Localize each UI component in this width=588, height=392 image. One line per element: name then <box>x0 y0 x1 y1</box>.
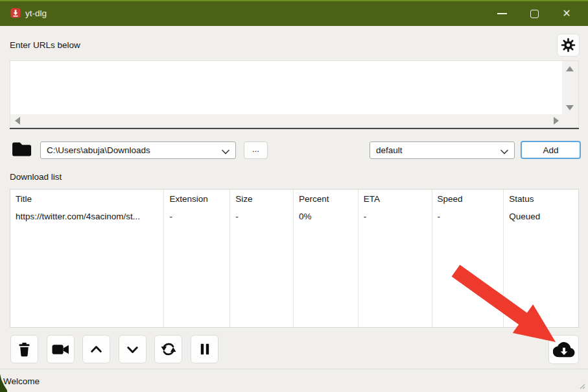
cloud-download-icon <box>553 341 575 359</box>
url-textarea-content[interactable] <box>10 61 562 114</box>
window-title: yt-dlg <box>25 1 47 26</box>
chevron-up-icon <box>88 341 104 358</box>
chevron-down-icon <box>124 341 141 358</box>
url-box-underline <box>10 128 579 129</box>
resize-grip[interactable] <box>578 382 585 389</box>
gear-icon <box>561 38 576 53</box>
scroll-down-icon[interactable] <box>566 105 574 110</box>
close-icon: ✕ <box>562 8 570 19</box>
column-speed: Speed - <box>432 190 504 327</box>
window-controls: ✕ <box>486 1 583 26</box>
table-cell[interactable]: 0% <box>294 208 358 225</box>
video-camera-icon <box>52 343 69 356</box>
column-header[interactable]: Status <box>504 190 578 208</box>
settings-button[interactable] <box>557 34 580 56</box>
column-title: Title https://twitter.com/4sacinom/st... <box>10 190 164 327</box>
scroll-right-icon[interactable] <box>554 117 559 125</box>
minimize-icon <box>497 13 507 14</box>
scroll-up-icon[interactable] <box>566 66 574 71</box>
browse-button-label: ... <box>252 144 259 154</box>
column-header[interactable]: Percent <box>294 190 358 208</box>
column-header[interactable]: Speed <box>432 190 504 208</box>
horizontal-scrollbar[interactable] <box>10 114 563 127</box>
download-path-combobox[interactable]: C:\Users\abuja\Downloads <box>40 141 236 159</box>
table-cell[interactable]: - <box>164 208 229 225</box>
table-cell[interactable]: - <box>359 208 432 225</box>
chevron-down-icon <box>222 149 229 154</box>
move-up-button[interactable] <box>82 335 110 363</box>
refresh-icon <box>160 341 177 358</box>
delete-button[interactable] <box>10 335 38 363</box>
add-button[interactable]: Add <box>521 141 581 159</box>
column-header[interactable]: Extension <box>164 190 229 208</box>
move-down-button[interactable] <box>119 335 147 363</box>
download-list-table: Title https://twitter.com/4sacinom/st...… <box>10 189 579 328</box>
trash-icon <box>16 341 32 358</box>
enter-urls-label: Enter URLs below <box>10 40 80 50</box>
chevron-down-icon <box>500 149 508 154</box>
app-logo-icon <box>10 8 21 18</box>
pause-button[interactable] <box>191 335 218 363</box>
download-list-label: Download list <box>10 172 62 182</box>
statusbar-separator <box>0 369 588 369</box>
maximize-button[interactable] <box>518 1 550 26</box>
titlebar[interactable]: yt-dlg ✕ <box>0 0 588 26</box>
table-cell[interactable]: https://twitter.com/4sacinom/st... <box>10 208 163 225</box>
table-cell[interactable]: - <box>432 208 504 225</box>
record-button[interactable] <box>47 335 75 363</box>
table-cell[interactable]: Queued <box>504 208 578 225</box>
vertical-scrollbar[interactable] <box>562 61 578 114</box>
app-window: yt-dlg ✕ Enter URLs below <box>0 0 588 392</box>
add-button-label: Add <box>543 145 558 155</box>
maximize-icon <box>530 10 539 18</box>
start-download-button[interactable] <box>548 335 579 364</box>
column-size: Size - <box>230 190 294 327</box>
table-cell[interactable]: - <box>230 208 293 225</box>
refresh-button[interactable] <box>154 335 182 363</box>
profile-combobox[interactable]: default <box>370 141 515 159</box>
url-textarea[interactable] <box>10 60 579 128</box>
column-percent: Percent 0% <box>294 190 359 327</box>
scroll-left-icon[interactable] <box>15 117 20 125</box>
column-status: Status Queued <box>504 190 578 327</box>
column-eta: ETA - <box>359 190 432 327</box>
column-extension: Extension - <box>164 190 230 327</box>
download-path-value: C:\Users\abuja\Downloads <box>47 145 150 155</box>
column-header[interactable]: ETA <box>359 190 432 208</box>
folder-icon <box>11 140 32 158</box>
statusbar-text: Welcome <box>3 376 40 386</box>
pause-icon <box>197 341 213 357</box>
minimize-button[interactable] <box>486 1 518 26</box>
column-header[interactable]: Title <box>10 190 163 208</box>
profile-value: default <box>376 145 403 155</box>
column-header[interactable]: Size <box>230 190 293 208</box>
browse-button[interactable]: ... <box>244 141 268 159</box>
close-button[interactable]: ✕ <box>550 1 583 26</box>
